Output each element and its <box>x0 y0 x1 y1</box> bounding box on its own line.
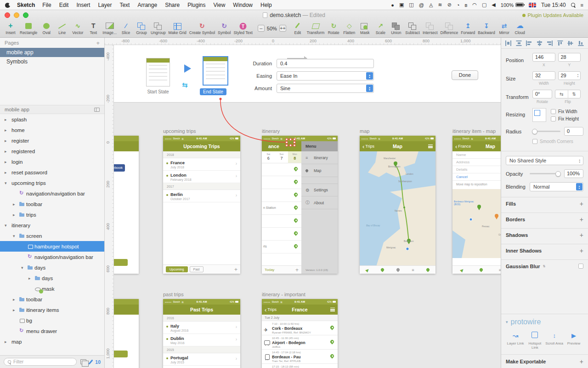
end-state-thumbnail[interactable] <box>203 56 228 86</box>
layer-row[interactable]: screen <box>0 230 104 241</box>
layer-row[interactable]: hamburger hotspot <box>0 241 104 252</box>
add-icon[interactable] <box>580 247 583 254</box>
protowire-button[interactable]: Preview <box>564 332 583 350</box>
vertical-ruler[interactable]: -400-20002004006008001,000 <box>105 45 114 368</box>
easing-select[interactable]: Ease In <box>277 71 374 80</box>
menu-item[interactable]: Text <box>119 2 130 8</box>
layer-row[interactable]: mask <box>0 283 104 294</box>
status-icon[interactable]: ◠ <box>472 2 477 8</box>
spotlight-icon[interactable] <box>571 3 576 7</box>
toolbar-button[interactable]: Create Symbol <box>188 21 216 35</box>
disclosure-triangle-icon[interactable] <box>5 181 11 185</box>
filter-field[interactable] <box>4 358 77 366</box>
menu-item[interactable]: Window <box>233 2 253 8</box>
status-icon[interactable]: ⊘ <box>447 2 452 8</box>
y-field[interactable]: 28 <box>558 53 581 62</box>
toolbar-button[interactable]: Text <box>85 21 101 35</box>
layer-row[interactable]: splash <box>0 114 104 125</box>
radius-field[interactable]: 0 <box>564 127 583 136</box>
artboard-title[interactable]: itinerary item - map <box>452 128 496 134</box>
layer-row[interactable]: trips <box>0 209 104 220</box>
artboard-past-trips[interactable]: past trips Sketch 9:41 AM 42% Past Trips… <box>163 299 240 368</box>
plugin-updates-notice[interactable]: Plugin Updates Available <box>522 12 584 18</box>
toolbar-button[interactable]: Transform <box>305 21 326 35</box>
layer-row[interactable]: reset password <box>0 167 104 178</box>
layer-row[interactable]: navigation/navigation bar <box>0 188 104 199</box>
app-menu[interactable]: Sketch <box>17 2 35 8</box>
protowire-button[interactable]: Layer Link <box>506 332 525 350</box>
smooth-corners-checkbox[interactable]: Smooth Corners <box>532 138 573 145</box>
swap-states-icon[interactable] <box>182 81 188 89</box>
style-section-row[interactable]: Inner Shadows <box>501 244 588 257</box>
page-item[interactable]: Symbols <box>0 57 104 66</box>
layer-row[interactable]: navigation/navigation bar <box>0 252 104 262</box>
toolbar-button[interactable]: Rotate <box>326 21 341 35</box>
toolbar-button[interactable]: Rectangle <box>18 21 39 35</box>
disclosure-triangle-icon[interactable] <box>13 202 19 207</box>
artboard-upcoming-trips[interactable]: upcoming trips Sketch 9:41 AM 42% Upcomi… <box>163 136 240 274</box>
add-icon[interactable] <box>580 216 583 223</box>
toolbar-button[interactable]: Mirror <box>497 21 512 35</box>
disclosure-triangle-icon[interactable] <box>28 276 34 281</box>
layer-row[interactable]: home <box>0 125 104 135</box>
artboard-list-icon[interactable] <box>94 108 100 112</box>
resizing-diagram[interactable] <box>532 108 546 122</box>
add-export-icon[interactable] <box>580 358 583 365</box>
opacity-slider[interactable] <box>530 173 560 174</box>
filter-input[interactable] <box>13 359 73 364</box>
rotate-field[interactable]: 0° <box>532 90 552 98</box>
radius-slider[interactable] <box>532 131 560 132</box>
disclosure-triangle-icon[interactable] <box>5 160 11 164</box>
disclosure-triangle-icon[interactable] <box>5 128 11 132</box>
protowire-logo[interactable]: protowire <box>506 318 583 326</box>
artboard-itinerary-item-map[interactable]: itinerary item - map Sketch 9:41 AM 42% … <box>452 136 501 274</box>
page-item[interactable]: mobile app <box>0 48 104 57</box>
menu-bar-clock[interactable]: Tue 15:40 <box>541 2 566 8</box>
menu-item[interactable]: Arrange <box>137 2 157 8</box>
canvas[interactable]: -800-600-400-20002004006008001,000 -400-… <box>105 38 501 368</box>
artboard-title[interactable]: itinerary <box>262 128 280 134</box>
disclosure-triangle-icon[interactable] <box>5 117 11 122</box>
fix-height-checkbox[interactable]: Fix Height <box>551 115 579 123</box>
fix-width-checkbox[interactable]: Fix Width <box>551 108 579 115</box>
layer-row[interactable]: toolbar <box>0 199 104 209</box>
status-icon[interactable]: ● <box>391 2 394 8</box>
toolbar-button[interactable]: Union <box>388 21 404 35</box>
status-icon[interactable]: ≋ <box>438 2 442 8</box>
artboard-map[interactable]: map Sketch 9:41 AM 42% Trips Map <box>360 136 435 274</box>
style-section-row[interactable]: Fills <box>501 197 588 210</box>
battery-indicator[interactable]: 100% <box>501 2 524 8</box>
artboard-itinerary[interactable]: itinerary Sketch 9:41 AM 42% ance Sat6 <box>262 136 338 274</box>
blur-checkbox[interactable] <box>578 264 583 269</box>
opacity-field[interactable]: 100% <box>564 169 583 178</box>
style-section-row[interactable]: Shadows <box>501 228 588 241</box>
distribute-horizontally-icon[interactable] <box>505 40 511 46</box>
toolbar-button[interactable]: Oval <box>39 21 54 35</box>
toolbar-button[interactable]: Cloud <box>512 21 528 35</box>
layer-row[interactable]: toolbar <box>0 294 104 305</box>
disclosure-triangle-icon[interactable] <box>13 213 19 217</box>
disclosure-triangle-icon[interactable] <box>5 149 11 154</box>
status-icon[interactable]: @ <box>419 2 424 8</box>
disclosure-triangle-icon[interactable] <box>13 297 19 302</box>
toolbar-button[interactable]: Image... <box>101 21 118 35</box>
status-icon[interactable]: ▢ <box>482 2 486 8</box>
layer-row[interactable]: upcoming trips <box>0 178 104 188</box>
add-icon[interactable] <box>580 231 583 239</box>
artboard-title[interactable]: past trips <box>163 292 184 297</box>
artboard-itinerary-important[interactable]: itinerary - important Sketch 9:41 AM 42%… <box>262 299 338 368</box>
zoom-out-button[interactable] <box>258 25 265 32</box>
toolbar-button[interactable]: Forward <box>459 21 476 35</box>
layer-row[interactable]: map <box>0 336 104 347</box>
toolbar-button[interactable]: Flatten <box>341 21 357 35</box>
align-bottom-icon[interactable] <box>578 40 584 46</box>
add-page-button[interactable] <box>96 40 100 46</box>
toolbar-button[interactable]: Make Grid <box>167 21 188 35</box>
menu-item[interactable]: Layer <box>98 2 112 8</box>
align-right-icon[interactable] <box>547 40 553 46</box>
gaussian-blur-row[interactable]: Gaussian Blur <box>501 259 588 272</box>
disclosure-triangle-icon[interactable] <box>13 234 19 238</box>
flip-horizontal-button[interactable] <box>555 90 568 98</box>
menu-item[interactable]: Help <box>260 2 272 8</box>
artboard-title[interactable]: itinerary - important <box>262 292 305 297</box>
